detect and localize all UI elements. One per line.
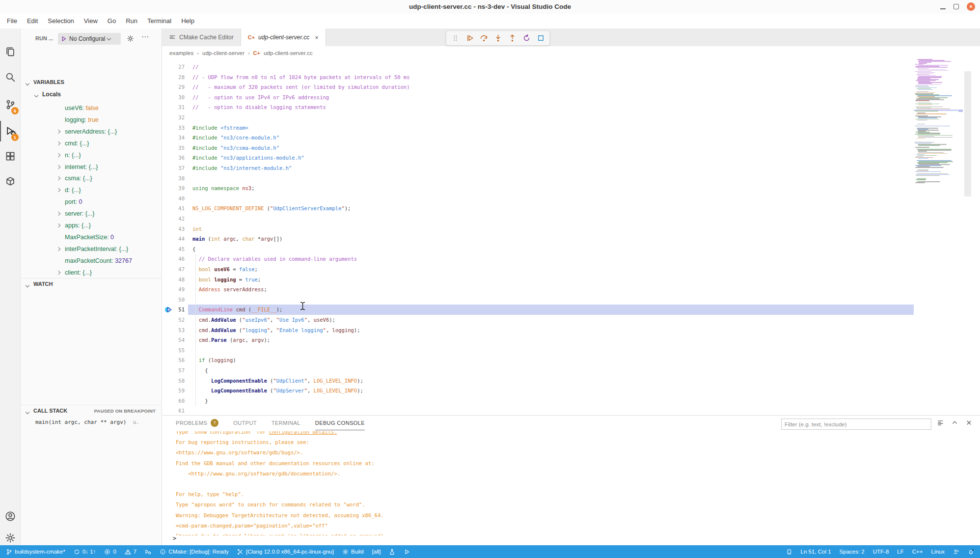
line-number[interactable]: 28 [162, 72, 185, 83]
chevron-down-icon[interactable] [26, 283, 29, 287]
variable-row-useV6[interactable]: useV6: false [21, 102, 162, 114]
line-number[interactable]: 38 [162, 173, 185, 184]
code-line-45[interactable]: 45{ [162, 244, 914, 254]
code-line-49[interactable]: 49 Address serverAddress; [162, 284, 914, 295]
menu-item-help[interactable]: Help [176, 15, 199, 27]
line-number[interactable]: 33 [162, 123, 185, 133]
code-line-32[interactable]: 32 [162, 112, 914, 123]
variable-row-n[interactable]: n: {...} [21, 149, 162, 161]
code-line-44[interactable]: 44main (int argc, char *argv[]) [162, 234, 914, 244]
variable-row-serverAddress[interactable]: serverAddress: {...} [21, 126, 162, 138]
variables-section-header[interactable]: VARIABLES [33, 79, 64, 85]
debug-configuration-select[interactable]: No Configural [58, 33, 121, 45]
line-number[interactable]: 49 [162, 284, 185, 295]
code-line-28[interactable]: 28// - UDP flow from n0 to n1 of 1024 by… [162, 72, 914, 83]
status-item-cmake-debug-ready[interactable]: CMake: [Debug]: Ready [160, 549, 229, 555]
code-line-34[interactable]: 34#include "ns3/core-module.h" [162, 133, 914, 143]
line-number[interactable]: 44 [162, 234, 185, 244]
code-line-56[interactable]: 56 if (logging) [162, 355, 914, 365]
activity-item-explorer[interactable] [0, 41, 20, 62]
status-item-build[interactable]: Build [342, 549, 364, 555]
activity-item-search[interactable] [0, 67, 20, 87]
menu-item-selection[interactable]: Selection [43, 15, 79, 27]
line-number[interactable]: 47 [162, 264, 185, 275]
variable-row-port[interactable]: port: 0 [21, 196, 162, 208]
status-item-spaces-2[interactable]: Spaces: 2 [840, 549, 865, 555]
minimize-icon[interactable] [940, 8, 946, 9]
minimap[interactable] [914, 59, 958, 415]
code-editor[interactable]: 27//28// - UDP flow from n0 to n1 of 102… [162, 62, 914, 415]
call-stack-section-header[interactable]: CALL STACK [33, 408, 67, 414]
activity-item-source-control[interactable]: 6 [0, 94, 20, 115]
line-number[interactable]: 27 [162, 62, 185, 72]
code-line-51[interactable]: 51 CommandLine cmd (__FILE__); [162, 305, 914, 315]
continue-icon[interactable] [463, 32, 476, 45]
variable-row-maxPacketCount[interactable]: maxPacketCount: 32767 [21, 255, 162, 267]
code-line-30[interactable]: 30// - option to use IPv4 or IPv6 addres… [162, 92, 914, 103]
status-item-c[interactable]: C++ [912, 549, 923, 555]
line-number[interactable]: 52 [162, 315, 185, 325]
variable-row-cmd[interactable]: cmd: {...} [21, 138, 162, 149]
stack-frame[interactable]: main(int argc, char ** argv) u. [35, 419, 139, 425]
status-item-buildsystem-cmake[interactable]: buildsystem-cmake* [6, 549, 65, 555]
code-line-35[interactable]: 35#include "ns3/csma-module.h" [162, 143, 914, 153]
code-line-61[interactable]: 61 [162, 406, 914, 416]
line-number[interactable]: 55 [162, 345, 185, 356]
code-line-53[interactable]: 53 cmd.AddValue ("logging", "Enable logg… [162, 325, 914, 335]
start-debug-icon[interactable] [61, 36, 67, 42]
variable-row-MaxPacketSize[interactable]: MaxPacketSize: 0 [21, 231, 162, 243]
more-actions-icon[interactable]: ⋯ [141, 32, 149, 41]
gear-icon[interactable] [127, 35, 134, 42]
code-line-31[interactable]: 31// - option to disable logging stateme… [162, 102, 914, 112]
line-number[interactable]: 43 [162, 224, 185, 234]
watch-section-header[interactable]: WATCH [33, 281, 53, 287]
chevron-down-icon[interactable] [34, 93, 38, 97]
menu-item-terminal[interactable]: Terminal [142, 15, 176, 27]
code-line-39[interactable]: 39using namespace ns3; [162, 183, 914, 194]
line-number[interactable]: 42 [162, 214, 185, 224]
status-item-play-icon[interactable] [404, 549, 410, 555]
code-line-27[interactable]: 27// [162, 62, 914, 72]
step-out-icon[interactable] [506, 32, 518, 45]
code-line-38[interactable]: 38 [162, 173, 914, 184]
code-line-29[interactable]: 29// - maximum of 320 packets sent (or l… [162, 82, 914, 92]
activity-item-run-debug[interactable]: 1 [0, 121, 20, 141]
tab-cmake-cache-editor[interactable]: CMake Cache Editor [162, 28, 241, 46]
variable-row-client[interactable]: client: {...} [21, 267, 162, 279]
status-item-utf-8[interactable]: UTF-8 [873, 549, 889, 555]
line-number[interactable]: 58 [162, 376, 185, 386]
activity-item-account[interactable] [0, 506, 20, 527]
panel-tab-terminal[interactable]: TERMINAL [272, 416, 300, 430]
variable-row-logging[interactable]: logging: true [21, 114, 162, 126]
line-number[interactable]: 40 [162, 194, 185, 204]
activity-item-package[interactable] [0, 171, 20, 192]
line-number[interactable]: 34 [162, 133, 185, 143]
editor-scrollbar[interactable] [964, 71, 971, 196]
code-line-42[interactable]: 42 [162, 214, 914, 224]
line-number[interactable]: 46 [162, 254, 185, 264]
code-line-36[interactable]: 36#include "ns3/applications-module.h" [162, 153, 914, 163]
status-item-beaker-icon[interactable] [389, 549, 395, 555]
menu-item-view[interactable]: View [79, 15, 103, 27]
code-line-55[interactable]: 55 [162, 345, 914, 356]
line-number[interactable]: 41 [162, 203, 185, 214]
menu-item-file[interactable]: File [2, 15, 22, 27]
status-item-bell-icon[interactable] [968, 549, 974, 555]
code-line-40[interactable]: 40 [162, 194, 914, 204]
line-number[interactable]: 36 [162, 153, 185, 163]
line-number[interactable]: 59 [162, 386, 185, 396]
line-number[interactable]: 35 [162, 143, 185, 153]
code-line-59[interactable]: 59 LogComponentEnable ("UdpServer", LOG_… [162, 386, 914, 396]
status-item-0[interactable]: 0 [104, 549, 116, 555]
status-item-lf[interactable]: LF [897, 549, 903, 555]
code-line-57[interactable]: 57 { [162, 365, 914, 376]
close-window-icon[interactable]: × [967, 2, 975, 11]
breadcrumb-item[interactable]: examples [169, 50, 193, 56]
menu-item-edit[interactable]: Edit [22, 15, 43, 27]
status-item-0-1[interactable]: 0↓ 1↑ [74, 549, 96, 555]
code-line-58[interactable]: 58 LogComponentEnable ("UdpClient", LOG_… [162, 376, 914, 386]
restart-icon[interactable] [520, 32, 533, 45]
line-number[interactable]: 53 [162, 325, 185, 335]
code-line-33[interactable]: 33#include <fstream> [162, 123, 914, 133]
line-number[interactable]: 32 [162, 112, 185, 123]
